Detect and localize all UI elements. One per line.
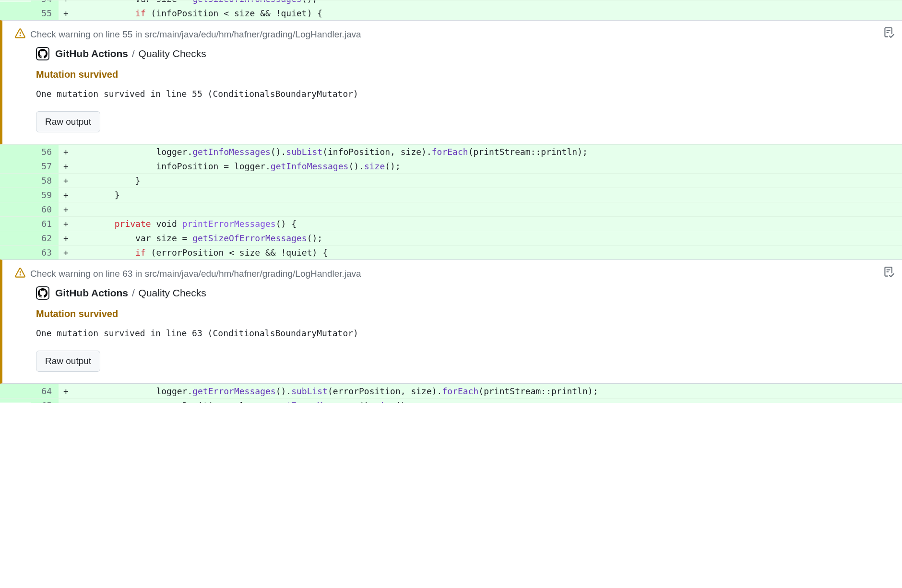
check-app-name[interactable]: GitHub Actions	[55, 48, 128, 59]
line-number-old	[0, 6, 31, 20]
github-logo-icon	[36, 47, 49, 60]
mark-reviewed-icon[interactable]	[884, 267, 894, 279]
line-number-old	[0, 2, 31, 6]
code-content: private void printErrorMessages() {	[73, 217, 902, 231]
code-content	[73, 202, 902, 216]
check-source: GitHub Actions / Quality Checks	[36, 47, 892, 60]
line-number-old	[0, 246, 31, 259]
diff-container: 54 + var size = getSizeOfInfoMessages();…	[0, 0, 902, 403]
line-number-old	[0, 145, 31, 159]
diff-row: 64+ logger.getErrorMessages().subList(er…	[0, 384, 902, 398]
diff-row: 60+	[0, 202, 902, 216]
code-content: logger.getErrorMessages().subList(errorP…	[73, 384, 902, 398]
diff-marker: +	[59, 145, 73, 159]
line-number-old	[0, 188, 31, 202]
code-content: if (errorPosition < size && !quiet) {	[73, 246, 902, 259]
diff-marker: +	[59, 6, 73, 20]
diff-marker: +	[59, 384, 73, 398]
code-content: infoPosition = logger.getInfoMessages().…	[73, 159, 902, 173]
code-content: var size = getSizeOfInfoMessages();	[73, 0, 902, 6]
line-number-new: 57	[31, 159, 59, 173]
diff-marker: +	[59, 246, 73, 259]
line-number-new: 64	[31, 384, 59, 398]
code-content: var size = getSizeOfErrorMessages();	[73, 231, 902, 245]
diff-marker: +	[59, 0, 73, 6]
diff-row: 55+ if (infoPosition < size && !quiet) {	[0, 6, 902, 20]
code-content: logger.getInfoMessages().subList(infoPos…	[73, 145, 902, 159]
diff-row: 63+ if (errorPosition < size && !quiet) …	[0, 245, 902, 259]
mark-reviewed-icon[interactable]	[884, 27, 894, 39]
diff-row: 56+ logger.getInfoMessages().subList(inf…	[0, 144, 902, 159]
separator: /	[132, 287, 135, 298]
warning-icon	[15, 28, 25, 40]
diff-row: 59+ }	[0, 188, 902, 202]
code-content: if (infoPosition < size && !quiet) {	[73, 6, 902, 20]
diff-row: 62+ var size = getSizeOfErrorMessages();	[0, 231, 902, 245]
separator: /	[132, 48, 135, 59]
line-number-new: 54	[31, 0, 59, 6]
line-number-new: 59	[31, 188, 59, 202]
diff-row: 58+ }	[0, 173, 902, 188]
check-source: GitHub Actions / Quality Checks	[36, 286, 892, 300]
check-name[interactable]: Quality Checks	[139, 287, 206, 298]
code-content: errorPosition = logger.getErrorMessages(…	[73, 399, 902, 403]
code-content: }	[73, 188, 902, 202]
line-number-new: 63	[31, 246, 59, 259]
check-name[interactable]: Quality Checks	[139, 48, 206, 59]
line-number-new: 65	[31, 399, 59, 403]
check-app-name[interactable]: GitHub Actions	[55, 287, 128, 298]
diff-marker: +	[59, 174, 73, 188]
line-number-old	[0, 202, 31, 216]
check-summary-text[interactable]: Check warning on line 55 in src/main/jav…	[30, 29, 361, 40]
line-number-new: 60	[31, 202, 59, 216]
line-number-old	[0, 217, 31, 231]
line-number-new: 55	[31, 6, 59, 20]
line-number-old	[0, 174, 31, 188]
annotation-message: One mutation survived in line 55 (Condit…	[36, 89, 892, 99]
github-logo-icon	[36, 286, 49, 300]
annotation-title: Mutation survived	[36, 69, 892, 80]
diff-marker: +	[59, 159, 73, 173]
warning-icon	[15, 268, 25, 280]
line-number-old	[0, 384, 31, 398]
line-number-new: 58	[31, 174, 59, 188]
check-annotation: Check warning on line 55 in src/main/jav…	[0, 20, 902, 144]
diff-row: 61+ private void printErrorMessages() {	[0, 216, 902, 231]
diff-marker: +	[59, 188, 73, 202]
raw-output-button[interactable]: Raw output	[36, 111, 100, 132]
line-number-old	[0, 399, 31, 402]
diff-row-partial-top: 54 + var size = getSizeOfInfoMessages();	[0, 0, 902, 6]
diff-row: 57+ infoPosition = logger.getInfoMessage…	[0, 159, 902, 173]
raw-output-button[interactable]: Raw output	[36, 351, 100, 372]
line-number-new: 61	[31, 217, 59, 231]
diff-marker: +	[59, 399, 73, 403]
line-number-old	[0, 159, 31, 173]
diff-marker: +	[59, 231, 73, 245]
line-number-new: 62	[31, 231, 59, 245]
diff-row-partial-bottom: 65 + errorPosition = logger.getErrorMess…	[0, 398, 902, 403]
diff-marker: +	[59, 202, 73, 216]
line-number-old	[0, 231, 31, 245]
annotation-message: One mutation survived in line 63 (Condit…	[36, 328, 892, 338]
annotation-title: Mutation survived	[36, 308, 892, 319]
diff-marker: +	[59, 217, 73, 231]
check-summary-text[interactable]: Check warning on line 63 in src/main/jav…	[30, 269, 361, 279]
check-annotation: Check warning on line 63 in src/main/jav…	[0, 259, 902, 384]
line-number-new: 56	[31, 145, 59, 159]
code-content: }	[73, 174, 902, 188]
